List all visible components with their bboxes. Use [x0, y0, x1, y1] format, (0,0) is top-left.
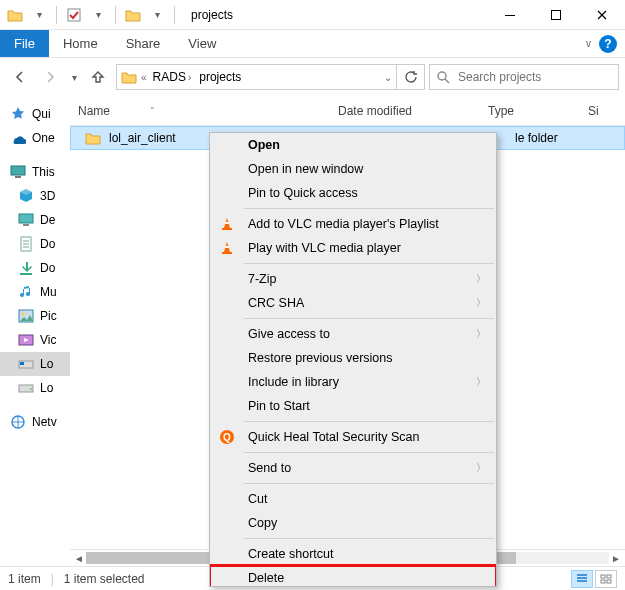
back-button[interactable]	[6, 63, 34, 91]
sidebar-item-quick[interactable]: One	[0, 126, 70, 150]
sidebar-item-drive[interactable]: Lo	[0, 352, 70, 376]
sidebar-item-drive[interactable]: Mu	[0, 280, 70, 304]
ribbon-expand-icon[interactable]: v	[586, 38, 591, 49]
context-menu-item[interactable]: Cut	[210, 487, 496, 511]
sidebar-item-network[interactable]: Netv	[0, 410, 70, 434]
column-name[interactable]: Name	[78, 104, 110, 118]
context-menu-item[interactable]: Create shortcut	[210, 542, 496, 566]
breadcrumb-segment[interactable]: projects	[197, 70, 243, 84]
sidebar-item-drive[interactable]: Do	[0, 232, 70, 256]
view-details-button[interactable]	[571, 570, 593, 588]
context-menu-item[interactable]: CRC SHA〉	[210, 291, 496, 315]
context-menu-item[interactable]: Restore previous versions	[210, 346, 496, 370]
tab-share[interactable]: Share	[112, 30, 175, 57]
breadcrumb-segment[interactable]: RADS ›	[151, 70, 194, 84]
svg-rect-23	[222, 252, 232, 254]
context-menu-item[interactable]: Play with VLC media player	[210, 236, 496, 260]
context-menu-label: Cut	[248, 492, 267, 506]
sidebar-item-quick[interactable]: Qui	[0, 102, 70, 126]
sidebar-item-label: Mu	[40, 285, 57, 299]
sidebar-item-drive[interactable]: Do	[0, 256, 70, 280]
separator	[244, 452, 494, 453]
help-icon[interactable]: ?	[599, 35, 617, 53]
folder-path-icon	[122, 4, 144, 26]
context-menu-label: Add to VLC media player's Playlist	[248, 217, 439, 231]
scroll-left-icon[interactable]: ◄	[74, 553, 84, 564]
address-dropdown-icon[interactable]: ⌄	[384, 72, 392, 83]
vlc-icon	[218, 239, 236, 257]
context-menu-item[interactable]: Pin to Quick access	[210, 181, 496, 205]
svg-rect-19	[607, 575, 611, 578]
divider	[115, 6, 116, 24]
chevron-right-icon: 〉	[476, 296, 486, 310]
sidebar-item-drive[interactable]: 3D	[0, 184, 70, 208]
context-menu-item[interactable]: Copy	[210, 511, 496, 535]
drive-icon	[18, 380, 34, 396]
column-size[interactable]: Si	[580, 104, 625, 118]
context-menu-item[interactable]: Open in new window	[210, 157, 496, 181]
svg-text:Q: Q	[223, 432, 231, 443]
context-menu-item[interactable]: Send to〉	[210, 456, 496, 480]
context-menu-item[interactable]: Include in library〉	[210, 370, 496, 394]
close-button[interactable]	[579, 0, 625, 30]
context-menu-item[interactable]: QQuick Heal Total Security Scan	[210, 425, 496, 449]
chevron-left-icon[interactable]: «	[141, 72, 147, 83]
qat-customize-icon[interactable]: ▾	[146, 4, 168, 26]
sidebar-item-label: One	[32, 131, 55, 145]
recent-dropdown-icon[interactable]: ▾	[66, 63, 82, 91]
svg-point-3	[438, 72, 446, 80]
qat-dropdown-icon[interactable]: ▾	[87, 4, 109, 26]
sidebar-item-drive[interactable]: De	[0, 208, 70, 232]
qat-dropdown-icon[interactable]: ▾	[28, 4, 50, 26]
file-tab[interactable]: File	[0, 30, 49, 57]
context-menu-item[interactable]: Add to VLC media player's Playlist	[210, 212, 496, 236]
column-headers[interactable]: Name˄ Date modified Type Si	[70, 96, 625, 126]
navigation-pane[interactable]: QuiOne This 3DDeDoDoMuPicVicLoLo Netv	[0, 96, 70, 566]
context-menu-item[interactable]: 7-Zip〉	[210, 267, 496, 291]
forward-button[interactable]	[36, 63, 64, 91]
separator	[244, 483, 494, 484]
chevron-right-icon[interactable]: ›	[188, 72, 191, 83]
svg-rect-4	[11, 166, 25, 175]
sidebar-item-this-pc[interactable]: This	[0, 160, 70, 184]
sidebar-item-drive[interactable]: Pic	[0, 304, 70, 328]
context-menu-item[interactable]: Open	[210, 133, 496, 157]
picture-icon	[18, 308, 34, 324]
context-menu-label: Include in library	[248, 375, 339, 389]
context-menu-item[interactable]: Give access to〉	[210, 322, 496, 346]
maximize-button[interactable]	[533, 0, 579, 30]
svg-rect-6	[19, 214, 33, 223]
download-icon	[18, 260, 34, 276]
svg-rect-14	[20, 362, 24, 365]
column-type[interactable]: Type	[480, 104, 580, 118]
separator	[244, 538, 494, 539]
sidebar-item-label: Pic	[40, 309, 57, 323]
sidebar-item-drive[interactable]: Vic	[0, 328, 70, 352]
svg-rect-22	[222, 228, 232, 230]
network-icon	[10, 414, 26, 430]
context-menu-item[interactable]: Delete	[210, 566, 496, 587]
svg-rect-0	[68, 9, 80, 21]
context-menu-item[interactable]: Pin to Start	[210, 394, 496, 418]
search-input[interactable]	[456, 69, 612, 85]
svg-point-11	[22, 313, 25, 316]
up-button[interactable]	[84, 63, 112, 91]
svg-rect-9	[20, 273, 32, 275]
scroll-right-icon[interactable]: ►	[611, 553, 621, 564]
search-box[interactable]	[429, 64, 619, 90]
quick-access-toolbar: ▾ ▾ ▾	[0, 4, 183, 26]
properties-checkbox-icon[interactable]	[63, 4, 85, 26]
column-date[interactable]: Date modified	[330, 104, 480, 118]
sidebar-item-drive[interactable]: Lo	[0, 376, 70, 400]
breadcrumb-label: projects	[199, 70, 241, 84]
tab-view[interactable]: View	[174, 30, 230, 57]
context-menu[interactable]: OpenOpen in new windowPin to Quick acces…	[209, 132, 497, 587]
refresh-button[interactable]	[397, 64, 425, 90]
cube-icon	[18, 188, 34, 204]
minimize-button[interactable]	[487, 0, 533, 30]
view-thumbnails-button[interactable]	[595, 570, 617, 588]
tab-home[interactable]: Home	[49, 30, 112, 57]
svg-point-16	[30, 388, 32, 390]
doc-icon	[18, 236, 34, 252]
address-bar[interactable]: « RADS › projects ⌄	[116, 64, 397, 90]
